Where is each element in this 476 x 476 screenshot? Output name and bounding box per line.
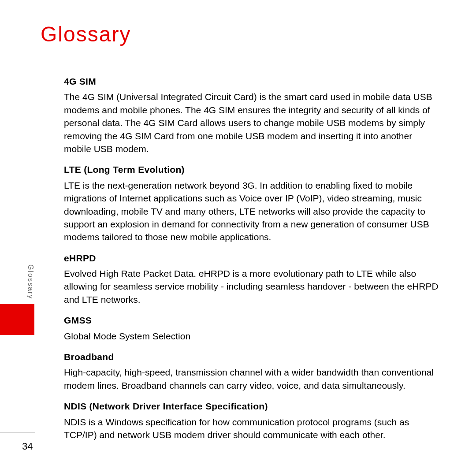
- glossary-content: 4G SIM The 4G SIM (Universal Integrated …: [64, 75, 439, 446]
- glossary-definition: Global Mode System Selection: [64, 330, 439, 342]
- section-marker: [0, 304, 34, 335]
- glossary-term: NDIS (Network Driver Interface Specifica…: [64, 400, 439, 413]
- glossary-term: GMSS: [64, 314, 439, 327]
- glossary-definition: LTE is the next-generation network beyon…: [64, 179, 439, 244]
- glossary-term: LTE (Long Term Evolution): [64, 163, 439, 176]
- page: Glossary 4G SIM The 4G SIM (Universal In…: [0, 0, 476, 476]
- glossary-term: eHRPD: [64, 252, 439, 264]
- footer-rule: [0, 432, 35, 432]
- page-number: 34: [22, 441, 33, 452]
- side-tab-label: Glossary: [26, 264, 34, 299]
- glossary-definition: The 4G SIM (Universal Integrated Circuit…: [64, 90, 439, 155]
- page-title: Glossary: [41, 22, 131, 46]
- glossary-term: Broadband: [64, 350, 439, 363]
- glossary-definition: Evolved High Rate Packet Data. eHRPD is …: [64, 267, 439, 306]
- glossary-definition: High-capacity, high-speed, transmission …: [64, 366, 439, 392]
- glossary-definition: NDIS is a Windows specification for how …: [64, 416, 439, 442]
- glossary-term: 4G SIM: [64, 75, 439, 88]
